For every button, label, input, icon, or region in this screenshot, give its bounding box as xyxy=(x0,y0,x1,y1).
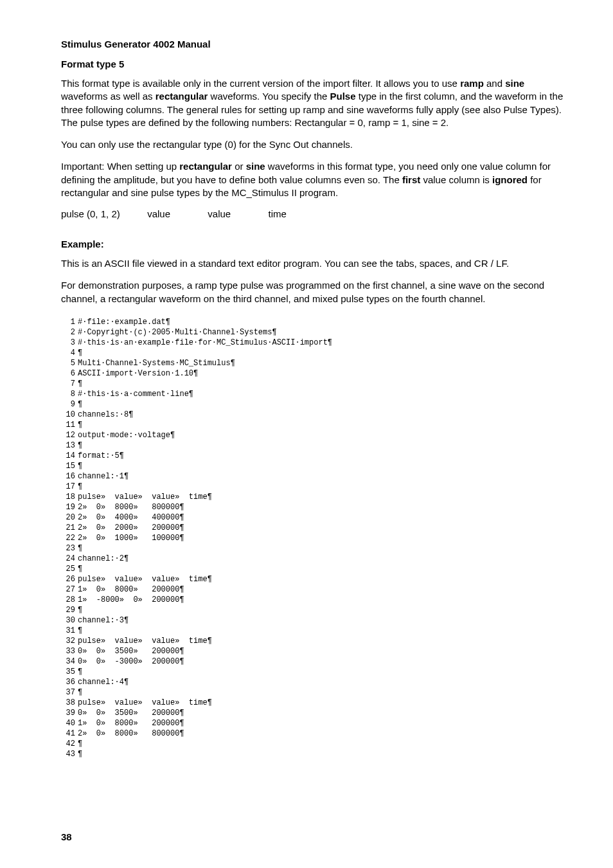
code-text: 1» 0» 8000» 200000¶ xyxy=(78,719,184,728)
bold-text: first xyxy=(402,174,420,185)
code-line: 340» 0» -3000» 200000¶ xyxy=(61,656,568,667)
line-number: 34 xyxy=(61,656,75,667)
code-text: 1» 0» 8000» 200000¶ xyxy=(78,585,184,594)
line-number: 7 xyxy=(61,379,75,389)
code-text: format:·5¶ xyxy=(78,451,124,460)
code-text: 2» 0» 1000» 100000¶ xyxy=(78,534,184,543)
bold-text: Pulse xyxy=(330,91,356,102)
line-number: 4 xyxy=(61,348,75,358)
code-line: 38pulse» value» value» time¶ xyxy=(61,698,568,708)
bold-text: rectangular xyxy=(179,161,232,172)
line-number: 27 xyxy=(61,584,75,595)
line-number: 40 xyxy=(61,718,75,728)
code-line: 8#·this·is·a·comment·line¶ xyxy=(61,389,568,399)
code-text: Multi·Channel·Systems·MC_Stimulus¶ xyxy=(78,359,235,368)
line-number: 42 xyxy=(61,739,75,749)
code-text: ¶ xyxy=(78,626,82,635)
code-line: 14format:·5¶ xyxy=(61,451,568,461)
code-text: channel:·4¶ xyxy=(78,678,129,687)
code-text: ¶ xyxy=(78,544,82,553)
code-line: 3#·this·is·an·example·file·for·MC_Stimul… xyxy=(61,338,568,348)
bold-text: sine xyxy=(246,161,265,172)
code-text: 0» 0» 3500» 200000¶ xyxy=(78,647,184,656)
text: value column is xyxy=(420,174,492,185)
code-text: ASCII·import·Version·1.10¶ xyxy=(78,369,198,378)
code-text: 2» 0» 2000» 200000¶ xyxy=(78,523,184,532)
line-number: 32 xyxy=(61,636,75,646)
code-text: ¶ xyxy=(78,420,82,429)
code-line: 401» 0» 8000» 200000¶ xyxy=(61,718,568,728)
column-label: pulse (0, 1, 2) xyxy=(61,208,145,219)
code-line: 12output·mode:·voltage¶ xyxy=(61,430,568,440)
code-text: channel:·3¶ xyxy=(78,616,129,625)
code-line: 212» 0» 2000» 200000¶ xyxy=(61,523,568,533)
line-number: 22 xyxy=(61,533,75,543)
text: waveforms as well as xyxy=(61,91,155,102)
code-line: 7¶ xyxy=(61,379,568,389)
text: This format type is available only in th… xyxy=(61,78,460,89)
code-text: ¶ xyxy=(78,750,82,759)
line-number: 17 xyxy=(61,482,75,492)
line-number: 24 xyxy=(61,554,75,564)
code-line: 412» 0» 8000» 800000¶ xyxy=(61,728,568,739)
text: and xyxy=(484,78,505,89)
code-text: ¶ xyxy=(78,379,82,388)
code-text: 0» 0» 3500» 200000¶ xyxy=(78,709,184,718)
line-number: 29 xyxy=(61,605,75,615)
line-number: 18 xyxy=(61,492,75,502)
code-line: 222» 0» 1000» 100000¶ xyxy=(61,533,568,543)
line-number: 5 xyxy=(61,358,75,368)
line-number: 37 xyxy=(61,687,75,698)
code-text: channel:·1¶ xyxy=(78,472,129,481)
code-line: 24channel:·2¶ xyxy=(61,554,568,564)
code-text: 2» 0» 8000» 800000¶ xyxy=(78,503,184,512)
text: Important: When setting up xyxy=(61,161,179,172)
code-line: 271» 0» 8000» 200000¶ xyxy=(61,584,568,595)
code-text: pulse» value» value» time¶ xyxy=(78,493,212,502)
line-number: 19 xyxy=(61,502,75,512)
code-text: ¶ xyxy=(78,482,82,491)
code-text: output·mode:·voltage¶ xyxy=(78,431,175,440)
example-heading: Example: xyxy=(61,239,568,249)
line-number: 26 xyxy=(61,574,75,584)
line-number: 39 xyxy=(61,708,75,718)
line-number: 41 xyxy=(61,728,75,739)
code-text: 1» -8000» 0» 200000¶ xyxy=(78,595,184,604)
line-number: 35 xyxy=(61,667,75,677)
code-text: #·file:·example.dat¶ xyxy=(78,318,170,327)
code-line: 5Multi·Channel·Systems·MC_Stimulus¶ xyxy=(61,358,568,368)
code-line: 281» -8000» 0» 200000¶ xyxy=(61,595,568,605)
line-number: 43 xyxy=(61,749,75,759)
bold-text: sine xyxy=(505,78,524,89)
line-number: 11 xyxy=(61,420,75,430)
line-number: 20 xyxy=(61,512,75,523)
code-line: 13¶ xyxy=(61,440,568,451)
line-number: 14 xyxy=(61,451,75,461)
code-text: ¶ xyxy=(78,565,82,574)
section-heading: Format type 5 xyxy=(61,59,568,69)
line-number: 25 xyxy=(61,564,75,574)
code-line: 9¶ xyxy=(61,399,568,410)
column-header-row: pulse (0, 1, 2) value value time xyxy=(61,208,568,219)
code-line: 26pulse» value» value» time¶ xyxy=(61,574,568,584)
code-text: ¶ xyxy=(78,462,82,471)
code-line: 25¶ xyxy=(61,564,568,574)
example-paragraph-2: For demonstration purposes, a ramp type … xyxy=(61,279,568,305)
code-text: 2» 0» 8000» 800000¶ xyxy=(78,729,184,738)
line-number: 13 xyxy=(61,440,75,451)
code-line: 1#·file:·example.dat¶ xyxy=(61,317,568,327)
line-number: 38 xyxy=(61,698,75,708)
code-line: 202» 0» 4000» 400000¶ xyxy=(61,512,568,523)
column-label: time xyxy=(269,208,287,219)
paragraph-2: You can only use the rectangular type (0… xyxy=(61,138,568,151)
code-text: 0» 0» -3000» 200000¶ xyxy=(78,657,184,666)
line-number: 23 xyxy=(61,543,75,554)
code-text: ¶ xyxy=(78,688,82,697)
line-number: 10 xyxy=(61,410,75,420)
code-line: 2#·Copyright·(c)·2005·Multi·Channel·Syst… xyxy=(61,327,568,338)
code-text: ¶ xyxy=(78,667,82,676)
code-line: 6ASCII·import·Version·1.10¶ xyxy=(61,368,568,379)
code-text: channel:·2¶ xyxy=(78,554,129,563)
code-text: pulse» value» value» time¶ xyxy=(78,698,212,707)
code-line: 18pulse» value» value» time¶ xyxy=(61,492,568,502)
